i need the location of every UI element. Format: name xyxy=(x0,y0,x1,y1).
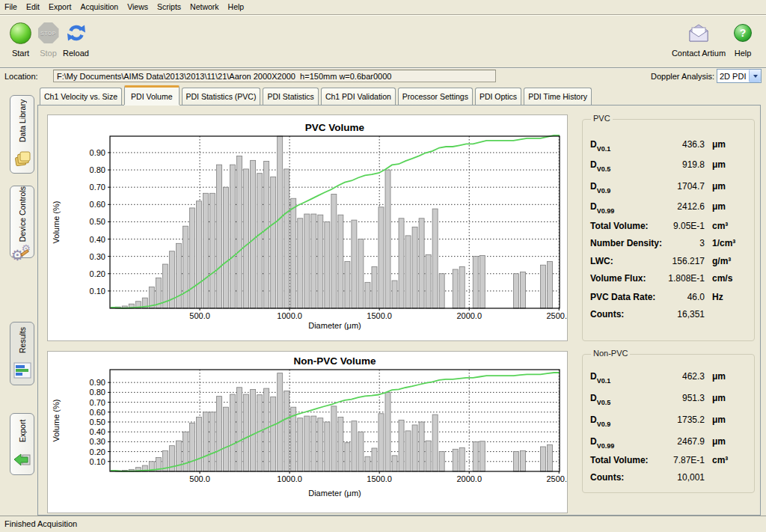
sidebar-item-label: Export xyxy=(18,414,27,449)
svg-text:0.30: 0.30 xyxy=(90,437,105,446)
stat-label: Counts: xyxy=(590,472,624,483)
stat-unit: μm xyxy=(712,201,726,212)
status-text: Finished Acquisition xyxy=(4,519,77,528)
pvc-stat-row: Counts:16,351 xyxy=(583,309,751,320)
export-arrow-icon xyxy=(13,449,32,471)
sidebar-item-results[interactable]: Results xyxy=(10,322,34,385)
help-button[interactable]: ? Help xyxy=(723,20,763,58)
tab-bar: Ch1 Velocity vs. SizePDI VolumePDI Stati… xyxy=(40,88,594,105)
svg-text:0.80: 0.80 xyxy=(90,388,105,397)
stat-value: 1735.2 xyxy=(624,415,705,425)
pvc-stat-row: PVC Data Rate:46.0Hz xyxy=(583,292,751,303)
location-row: Location: F:\My Documents\AIMS Data\2013… xyxy=(0,69,766,85)
svg-text:1500.0: 1500.0 xyxy=(367,311,392,320)
stat-value: 919.8 xyxy=(624,159,705,170)
svg-text:1000.0: 1000.0 xyxy=(277,311,302,320)
svg-text:0.80: 0.80 xyxy=(90,165,105,174)
reload-button[interactable]: Reload xyxy=(55,20,96,58)
menu-item-export[interactable]: Export xyxy=(44,0,76,14)
stat-value: 951.3 xyxy=(624,393,705,403)
stat-unit: cm³ xyxy=(712,221,728,231)
sidebar-item-label: Device Controls xyxy=(18,186,27,243)
pvc-volume-chart-panel: 0.100.200.300.400.500.600.700.800.90500.… xyxy=(47,114,568,341)
svg-text:0.20: 0.20 xyxy=(90,269,105,278)
contact-artium-label: Contact Artium xyxy=(666,49,732,58)
help-label: Help xyxy=(723,49,763,58)
tab-pdi-statistics[interactable]: PDI Statistics xyxy=(263,88,318,105)
pvc-stat-row: DV0.5919.8μm xyxy=(583,159,751,171)
pvc-stats-title: PVC xyxy=(591,114,613,123)
doppler-analysis-select[interactable]: 2D PDI xyxy=(717,69,762,83)
menu-item-network[interactable]: Network xyxy=(186,0,224,14)
bar-chart-icon xyxy=(13,359,31,382)
reload-label: Reload xyxy=(55,49,96,58)
tab-ch1-pdi-validation[interactable]: Ch1 PDI Validation xyxy=(321,88,396,105)
pvc-stats-group: PVC DV0.1436.3μmDV0.5919.8μmDV0.91704.7μ… xyxy=(582,119,755,341)
stat-value: 3 xyxy=(624,238,705,248)
svg-text:0.10: 0.10 xyxy=(90,287,105,296)
svg-text:0.70: 0.70 xyxy=(90,183,105,192)
svg-text:2000.0: 2000.0 xyxy=(456,311,482,320)
tab-pdi-volume[interactable]: PDI Volume xyxy=(124,85,179,105)
sidebar-item-label: Results xyxy=(18,322,27,359)
svg-text:0.50: 0.50 xyxy=(90,418,105,426)
tab-pdi-statistics-pvc[interactable]: PDI Statistics (PVC) xyxy=(182,88,261,105)
menu-item-file[interactable]: File xyxy=(0,0,22,14)
menu-item-acquisition[interactable]: Acquisition xyxy=(76,0,123,14)
status-bar: Finished Acquisition xyxy=(0,516,766,532)
gears-icon: ⚙⚙ xyxy=(13,243,32,264)
tab-content: 0.100.200.300.400.500.600.700.800.90500.… xyxy=(37,105,761,516)
stat-unit: μm xyxy=(712,371,726,382)
non-pvc-stat-row: Counts:10,001 xyxy=(583,472,751,483)
sidebar-item-data-library[interactable]: Data Library xyxy=(10,95,34,174)
svg-text:2000.0: 2000.0 xyxy=(456,474,482,483)
stat-unit: μm xyxy=(712,181,726,192)
pvc-stat-row: DV0.992412.6μm xyxy=(583,201,751,213)
pvc-stat-row: DV0.91704.7μm xyxy=(583,181,751,192)
tab-pdi-time-history[interactable]: PDI Time History xyxy=(524,88,592,105)
svg-text:500.0: 500.0 xyxy=(189,474,210,483)
tab-processor-settings[interactable]: Processor Settings xyxy=(398,88,473,105)
tab-pdi-optics[interactable]: PDI Optics xyxy=(475,88,521,105)
stat-unit: μm xyxy=(712,159,726,170)
stat-value: 1.808E-1 xyxy=(624,273,705,284)
location-field[interactable]: F:\My Documents\AIMS Data\2013\2013\11\2… xyxy=(53,70,496,82)
menu-bar: FileEditExportAcquisitionViewsScriptsNet… xyxy=(0,0,766,14)
svg-text:0.10: 0.10 xyxy=(90,457,105,466)
doppler-dropdown-button[interactable] xyxy=(749,70,761,82)
pvc-volume-chart: 0.100.200.300.400.500.600.700.800.90500.… xyxy=(48,115,567,340)
contact-artium-button[interactable]: Contact Artium xyxy=(666,20,732,58)
tab-ch1-velocity-vs-size[interactable]: Ch1 Velocity vs. Size xyxy=(40,88,122,105)
pvc-stat-row: Volume Flux:1.808E-1cm/s xyxy=(583,273,751,284)
toolbar: Start STOP Stop Reload xyxy=(0,16,766,67)
stat-label: DV0.5 xyxy=(590,393,610,405)
stat-value: 10,001 xyxy=(624,472,705,483)
svg-text:1500.0: 1500.0 xyxy=(367,474,392,483)
stat-unit: 1/cm³ xyxy=(712,238,735,248)
menu-item-help[interactable]: Help xyxy=(224,0,249,14)
menu-item-edit[interactable]: Edit xyxy=(22,0,44,14)
non-pvc-stat-row: DV0.5951.3μm xyxy=(583,393,751,404)
menu-item-views[interactable]: Views xyxy=(123,0,153,14)
sidebar-item-device-controls[interactable]: Device Controls⚙⚙ xyxy=(10,186,34,258)
location-label: Location: xyxy=(4,72,38,81)
stat-value: 156.217 xyxy=(624,256,705,266)
menu-item-scripts[interactable]: Scripts xyxy=(153,0,186,14)
svg-text:0.40: 0.40 xyxy=(90,235,105,244)
svg-text:Non-PVC Volume: Non-PVC Volume xyxy=(293,355,376,367)
svg-text:1000.0: 1000.0 xyxy=(277,474,302,483)
sidebar-item-export[interactable]: Export xyxy=(10,413,34,475)
non-pvc-stat-row: DV0.91735.2μm xyxy=(583,415,751,426)
stat-value: 462.3 xyxy=(624,371,705,382)
stat-value: 46.0 xyxy=(624,292,705,302)
svg-text:PVC Volume: PVC Volume xyxy=(305,122,365,133)
nonpvc-volume-chart-panel: 0.100.200.300.400.500.600.700.800.90500.… xyxy=(47,351,568,513)
sidebar-item-label: Data Library xyxy=(18,96,27,147)
nonpvc-stats-group: Non-PVC DV0.1462.3μmDV0.5951.3μmDV0.9173… xyxy=(582,354,755,493)
svg-text:0.40: 0.40 xyxy=(90,427,105,436)
stat-unit: cm/s xyxy=(712,273,732,284)
stat-label: DV0.99 xyxy=(590,436,614,448)
stat-unit: μm xyxy=(712,139,726,150)
svg-text:0.60: 0.60 xyxy=(90,200,105,209)
svg-text:500.0: 500.0 xyxy=(189,311,210,320)
